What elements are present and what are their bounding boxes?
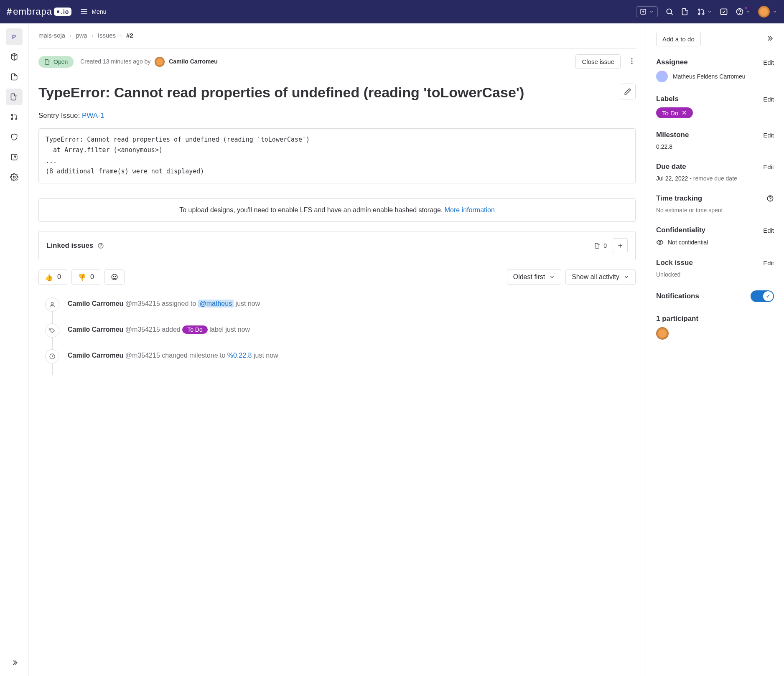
new-button[interactable] <box>636 6 658 17</box>
nav-merge-requests[interactable] <box>6 109 23 125</box>
remove-due-date-button[interactable]: remove due date <box>693 175 737 182</box>
nav-issues[interactable] <box>6 89 23 105</box>
svg-point-24 <box>101 247 101 247</box>
svg-point-21 <box>631 61 633 62</box>
thumbs-down-button[interactable]: 👎0 <box>71 269 100 285</box>
tag-icon <box>45 323 59 338</box>
label-pill[interactable]: To Do <box>182 325 208 334</box>
nav-settings[interactable] <box>6 169 23 186</box>
assignee-name[interactable]: Matheus Feldens Carromeu <box>673 73 746 80</box>
brand-suffix: .io <box>54 8 71 16</box>
add-reaction-button[interactable] <box>104 269 125 285</box>
thumbs-down-icon: 👎 <box>78 273 86 281</box>
participant-avatar[interactable] <box>656 327 669 340</box>
help-icon[interactable] <box>97 242 104 249</box>
close-issue-button[interactable]: Close issue <box>575 54 621 69</box>
edit-labels-button[interactable]: Edit <box>763 96 774 103</box>
due-date-section: Due date Edit Jul 22, 2022 - remove due … <box>656 163 774 182</box>
svg-point-9 <box>698 9 700 10</box>
nav-repository[interactable] <box>6 69 23 85</box>
help-icon[interactable] <box>766 195 774 202</box>
breadcrumb-current: #2 <box>126 32 133 39</box>
activity-filter-dropdown[interactable]: Show all activity <box>565 269 636 285</box>
milestone-link[interactable]: %0.22.8 <box>227 352 252 359</box>
nav-deployments[interactable] <box>6 149 23 165</box>
brand-text: embrapa <box>13 6 52 17</box>
collapse-sidebar-button[interactable] <box>6 654 23 671</box>
breadcrumb-item[interactable]: Issues <box>98 32 116 39</box>
nav-project-info[interactable] <box>6 48 23 65</box>
remove-label-icon[interactable]: ✕ <box>682 109 687 117</box>
svg-point-16 <box>11 118 13 119</box>
chevron-right-icon <box>10 658 18 667</box>
milestone-section: Milestone Edit 0.22.8 <box>656 131 774 150</box>
reactions-row: 👍0 👎0 Oldest first Show all activity <box>38 269 636 285</box>
edit-due-date-button[interactable]: Edit <box>763 163 774 170</box>
linked-issues-panel: Linked issues 0 <box>38 231 636 260</box>
svg-point-10 <box>698 13 700 14</box>
svg-point-11 <box>703 13 704 14</box>
eye-icon <box>656 239 664 246</box>
edit-assignee-button[interactable]: Edit <box>763 59 774 66</box>
merge-requests-button[interactable] <box>697 8 712 16</box>
sentry-link[interactable]: PWA-1 <box>82 112 104 119</box>
nav-security[interactable] <box>6 129 23 145</box>
issue-icon <box>594 242 601 249</box>
issue-icon <box>681 8 690 16</box>
svg-point-31 <box>51 329 51 329</box>
add-linked-issue-button[interactable] <box>613 238 628 253</box>
user-menu[interactable] <box>758 6 777 18</box>
thumbs-up-button[interactable]: 👍0 <box>38 269 67 285</box>
breadcrumb-item[interactable]: pwa <box>76 32 87 39</box>
participants-section: 1 participant <box>656 315 774 340</box>
brand-logo[interactable]: # embrapa .io <box>7 6 71 17</box>
edit-title-button[interactable] <box>620 84 636 99</box>
timeline-item: Camilo Carromeu @m354215 added To Do lab… <box>38 323 636 338</box>
thumbs-up-icon: 👍 <box>45 273 53 281</box>
add-todo-button[interactable]: Add a to do <box>656 32 701 46</box>
breadcrumb-item[interactable]: mais-soja <box>38 32 65 39</box>
help-button[interactable] <box>736 8 751 16</box>
menu-button[interactable]: Menu <box>80 8 106 16</box>
author-name[interactable]: Camilo Carromeu <box>169 58 218 64</box>
assignee-avatar <box>656 71 668 82</box>
lock-value: Unlocked <box>656 271 774 278</box>
timeline-item: Camilo Carromeu @m354215 changed milesto… <box>38 349 636 363</box>
user-icon <box>45 297 59 312</box>
edit-confidentiality-button[interactable]: Edit <box>763 227 774 234</box>
user-mention[interactable]: @matheus <box>198 300 234 308</box>
svg-point-15 <box>11 114 13 115</box>
sort-dropdown[interactable]: Oldest first <box>507 269 561 285</box>
edit-milestone-button[interactable]: Edit <box>763 132 774 139</box>
chevron-down-icon <box>549 274 555 280</box>
notifications-toggle[interactable] <box>751 290 774 302</box>
issues-button[interactable] <box>681 8 690 16</box>
plus-icon <box>617 242 624 249</box>
timeline-item: Camilo Carromeu @m354215 assigned to @ma… <box>38 297 636 312</box>
merge-icon <box>10 113 18 121</box>
project-badge[interactable]: P <box>6 28 23 45</box>
topbar: # embrapa .io Menu <box>0 0 784 23</box>
chevron-down-icon <box>707 9 712 14</box>
issue-open-icon <box>44 58 51 65</box>
merge-icon <box>697 8 705 16</box>
more-actions-button[interactable] <box>628 57 636 66</box>
label-pill[interactable]: To Do ✕ <box>656 107 693 118</box>
milestone-value[interactable]: 0.22.8 <box>656 143 774 150</box>
collapse-right-sidebar-button[interactable] <box>766 34 774 44</box>
todos-button[interactable] <box>720 8 728 16</box>
search-button[interactable] <box>665 8 674 16</box>
svg-point-20 <box>631 58 633 59</box>
gear-icon <box>10 173 18 181</box>
edit-lock-button[interactable]: Edit <box>763 259 774 267</box>
svg-point-29 <box>115 276 116 277</box>
linked-count: 0 <box>594 242 607 249</box>
svg-point-14 <box>740 13 740 14</box>
created-info: Created 13 minutes ago by Camilo Carrome… <box>80 57 218 67</box>
todo-icon <box>720 8 728 16</box>
search-icon <box>665 8 674 16</box>
menu-label: Menu <box>92 8 106 15</box>
more-info-link[interactable]: More information <box>445 206 495 213</box>
help-icon <box>736 8 744 16</box>
time-tracking-section: Time tracking No estimate or time spent <box>656 194 774 213</box>
